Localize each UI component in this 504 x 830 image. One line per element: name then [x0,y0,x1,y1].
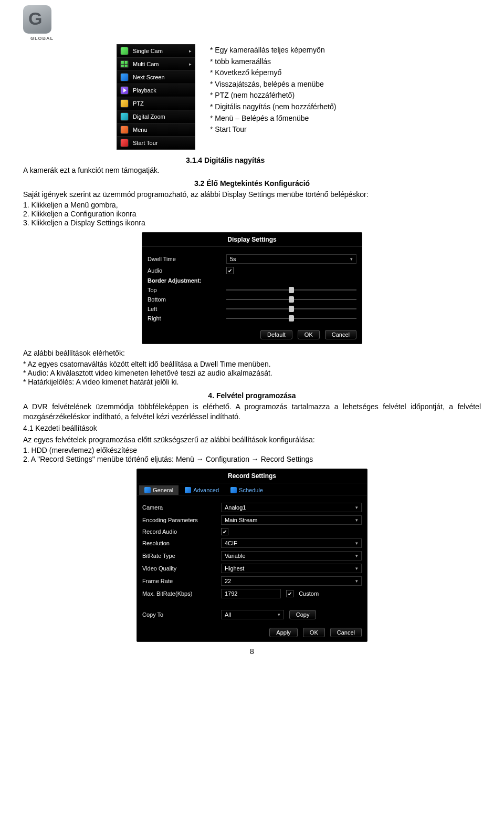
settings-available-intro: Az alábbi beállítások elérhetők: [23,348,481,359]
bullet-line: * több kameraállás [210,57,336,67]
digital-zoom-heading: 3.1.4 Digitális nagyítás [186,156,265,164]
page-number: 8 [23,647,481,656]
display-settings-dialog: Display Settings Dwell Time 5s ▾ Audio B… [142,232,362,344]
dwell-time-select[interactable]: 5s ▾ [226,254,356,264]
bullet-line: * Visszajátszás, belépés a menübe [210,79,336,90]
ok-button[interactable]: OK [298,330,320,339]
advanced-tab-icon [185,487,191,493]
menu-icon [120,126,129,134]
bullet-line: * Következő képernyő [210,68,336,78]
chevron-right-icon: ▸ [189,61,192,67]
default-button[interactable]: Default [260,330,292,339]
audio-checkbox[interactable] [226,267,234,274]
live-view-steps: 1. Klikkeljen a Menü gombra, 2. Klikkelj… [23,201,481,227]
custom-label: Custom [299,590,319,597]
camera-value: Analog1 [225,504,246,511]
record-settings-dialog: Record Settings General Advanced Schedul… [136,469,368,642]
quickmenu-multi-cam[interactable]: Multi Cam ▸ [117,58,195,71]
custom-checkbox[interactable] [286,590,293,597]
settings-available-list: * Az egyes csatornaváltás között eltelt … [23,360,481,386]
bullet-line: * Menü – Belépés a főmenübe [210,113,336,124]
settings-line: * Az egyes csatornaváltás között eltelt … [23,360,481,368]
quickmenu-digital-zoom[interactable]: Digital Zoom [117,110,195,123]
ok-button[interactable]: OK [303,628,325,637]
record-audio-checkbox[interactable] [221,528,228,535]
chevron-right-icon: ▸ [189,48,192,54]
resolution-select[interactable]: 4CIF▾ [221,538,362,548]
chevron-down-icon: ▾ [355,541,358,546]
initial-settings-steps: 1. HDD (merevlemez) előkészítése 2. A "R… [23,446,481,463]
quickmenu-label: Start Tour [133,140,158,146]
apply-button[interactable]: Apply [269,628,298,637]
quickmenu-label: Menu [133,127,148,133]
quickmenu-menu[interactable]: Menu [117,123,195,137]
video-quality-label: Video Quality [142,565,216,572]
tab-general[interactable]: General [139,485,178,495]
left-label: Left [148,306,221,312]
quick-menu[interactable]: Single Cam ▸ Multi Cam ▸ Next Screen Pla… [117,44,195,150]
bullet-line: * PTZ (nem hozzáférhető) [210,90,336,101]
chevron-down-icon: ▾ [355,517,358,523]
bottom-slider[interactable] [226,299,356,300]
multi-cam-icon [120,60,129,68]
logo-block: GLOBAL [23,5,61,41]
logo-word: GLOBAL [23,36,61,41]
max-bitrate-input[interactable]: 1792 [221,589,281,598]
encoding-params-select[interactable]: Main Stream▾ [221,515,362,525]
bitrate-type-select[interactable]: Variable▾ [221,551,362,561]
quickmenu-playback[interactable]: Playback [117,84,195,97]
chevron-down-icon: ▾ [355,578,358,584]
copy-to-select[interactable]: All▾ [221,610,284,619]
dwell-time-value: 5s [230,256,236,262]
start-tour-icon [120,139,129,147]
quickmenu-next-screen[interactable]: Next Screen [117,71,195,84]
frame-rate-select[interactable]: 22▾ [221,576,362,586]
frame-rate-value: 22 [225,578,231,584]
max-bitrate-value: 1792 [225,590,237,597]
tab-label: Advanced [193,487,219,493]
tab-schedule[interactable]: Schedule [225,485,268,495]
bottom-label: Bottom [148,296,221,303]
step-line: 2. Klikkeljen a Configuration ikonra [23,210,481,218]
max-bitrate-label: Max. BitRate(Kbps) [142,590,216,597]
step-line: 1. HDD (merevlemez) előkészítése [23,446,481,454]
quickmenu-start-tour[interactable]: Start Tour [117,137,195,149]
quickmenu-label: Next Screen [133,74,165,80]
record-settings-tabs: General Advanced Schedule [137,483,367,495]
dwell-time-label: Dwell Time [148,256,221,262]
bullet-line: * Egy kameraállás teljes képernyőn [210,45,336,56]
camera-select[interactable]: Analog1▾ [221,503,362,512]
right-slider[interactable] [226,318,356,319]
quickmenu-ptz[interactable]: PTZ [117,97,195,110]
chevron-down-icon: ▾ [355,566,358,571]
left-slider[interactable] [226,308,356,309]
tab-label: Schedule [239,487,263,493]
cancel-button[interactable]: Cancel [325,330,356,339]
bullet-line: * Start Tour [210,124,336,135]
cancel-button[interactable]: Cancel [330,628,362,637]
quickmenu-label: PTZ [133,100,144,107]
quickmenu-single-cam[interactable]: Single Cam ▸ [117,45,195,58]
quickmenu-label: Single Cam [133,48,163,54]
settings-line: * Audio: A kiválasztott video kimeneten … [23,369,481,377]
top-slider[interactable] [226,289,356,290]
chevron-down-icon: ▾ [355,553,358,558]
general-tab-icon [144,487,151,493]
live-view-config-heading: 3.2 Élő Megtekintés Konfiguráció [23,179,481,188]
frame-rate-label: Frame Rate [142,578,216,584]
copy-button[interactable]: Copy [289,610,317,619]
recording-programming-para: A DVR felvételének üzemmódja többfélekép… [23,402,481,422]
single-cam-icon [120,47,129,55]
top-label: Top [148,287,221,293]
video-quality-select[interactable]: Highest▾ [221,564,362,573]
chevron-down-icon: ▾ [278,612,280,617]
tab-advanced[interactable]: Advanced [180,485,224,495]
record-audio-label: Record Audio [142,528,216,535]
live-view-config-intro: Saját igények szerint az üzemmód program… [23,190,481,200]
logo-g-icon [23,5,51,34]
recording-programming-heading: 4. Felvétel programozása [23,391,481,400]
intro-row: Single Cam ▸ Multi Cam ▸ Next Screen Pla… [23,44,481,150]
initial-settings-heading: 4.1 Kezdeti beállítások [23,423,481,434]
border-adjustment-label: Border Adjustment: [148,277,202,284]
encoding-params-label: Encoding Parameters [142,517,216,523]
